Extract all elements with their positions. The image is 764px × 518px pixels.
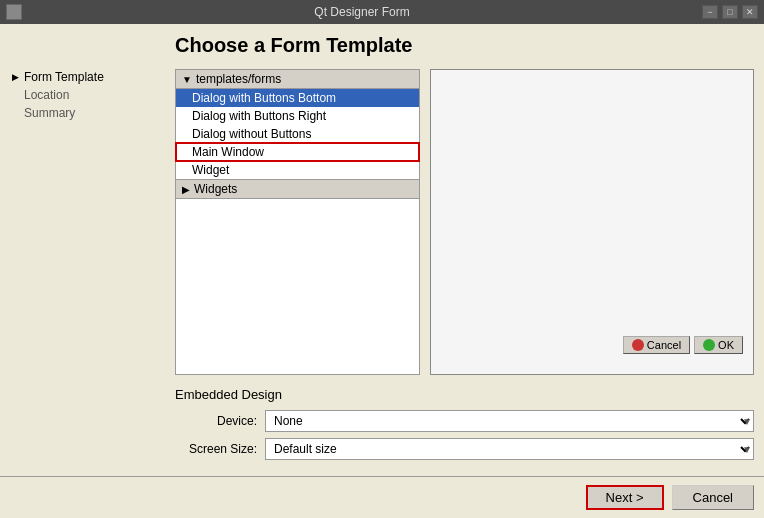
maximize-button[interactable]: □ (722, 5, 738, 19)
cancel-icon (632, 339, 644, 351)
titlebar: Qt Designer Form − □ ✕ (0, 0, 764, 24)
preview-buttons: Cancel OK (623, 336, 743, 354)
window-controls[interactable]: − □ ✕ (702, 5, 758, 19)
device-select[interactable]: None (265, 410, 754, 432)
screen-size-row: Screen Size: Default size 240 x 320 320 … (175, 438, 754, 460)
next-button[interactable]: Next > (586, 485, 664, 510)
bottom-bar: Next > Cancel (0, 476, 764, 518)
device-row: Device: None ▼ (175, 410, 754, 432)
preview-ok-button: OK (694, 336, 743, 354)
tree-item-dialog-buttons-bottom[interactable]: Dialog with Buttons Bottom (176, 89, 419, 107)
screen-size-select-wrapper: Default size 240 x 320 320 x 240 480 x 6… (265, 438, 754, 460)
preview-ok-label: OK (718, 339, 734, 351)
minimize-button[interactable]: − (702, 5, 718, 19)
tree-item-dialog-buttons-right[interactable]: Dialog with Buttons Right (176, 107, 419, 125)
tree-root-label: templates/forms (196, 72, 281, 86)
tree-item-widget[interactable]: Widget (176, 161, 419, 179)
tree-item-dialog-without-buttons[interactable]: Dialog without Buttons (176, 125, 419, 143)
tree-section-widgets[interactable]: ▶ Widgets (176, 179, 419, 199)
screen-size-label: Screen Size: (175, 442, 265, 456)
sidebar-item-summary[interactable]: Summary (10, 104, 165, 122)
middle-split: ▼ templates/forms Dialog with Buttons Bo… (175, 69, 754, 375)
cancel-button[interactable]: Cancel (672, 485, 754, 510)
app-icon (6, 4, 22, 20)
device-select-wrapper: None ▼ (265, 410, 754, 432)
tree-section-expand-icon: ▶ (182, 184, 190, 195)
window-title: Qt Designer Form (22, 5, 702, 19)
main-window: Form Template Location Summary Choose a … (0, 24, 764, 518)
ok-icon (703, 339, 715, 351)
sidebar-label-form-template: Form Template (24, 70, 104, 84)
sidebar-label-summary: Summary (24, 106, 75, 120)
tree-root-header[interactable]: ▼ templates/forms (176, 70, 419, 89)
preview-cancel-label: Cancel (647, 339, 681, 351)
right-content: Choose a Form Template ▼ templates/forms… (175, 34, 754, 466)
sidebar: Form Template Location Summary (10, 34, 165, 466)
preview-cancel-button: Cancel (623, 336, 690, 354)
device-label: Device: (175, 414, 265, 428)
sidebar-item-location[interactable]: Location (10, 86, 165, 104)
embedded-design-title: Embedded Design (175, 387, 754, 402)
content-area: Form Template Location Summary Choose a … (0, 24, 764, 476)
tree-item-main-window[interactable]: Main Window (176, 143, 419, 161)
preview-area: Cancel OK (430, 69, 754, 375)
template-tree: ▼ templates/forms Dialog with Buttons Bo… (175, 69, 420, 375)
sidebar-item-form-template[interactable]: Form Template (10, 68, 165, 86)
tree-collapse-icon: ▼ (182, 74, 192, 85)
page-title: Choose a Form Template (175, 34, 754, 57)
close-button[interactable]: ✕ (742, 5, 758, 19)
embedded-design-section: Embedded Design Device: None ▼ Screen Si… (175, 387, 754, 466)
sidebar-title (10, 34, 165, 54)
sidebar-label-location: Location (24, 88, 69, 102)
tree-section-label: Widgets (194, 182, 237, 196)
screen-size-select[interactable]: Default size 240 x 320 320 x 240 480 x 6… (265, 438, 754, 460)
